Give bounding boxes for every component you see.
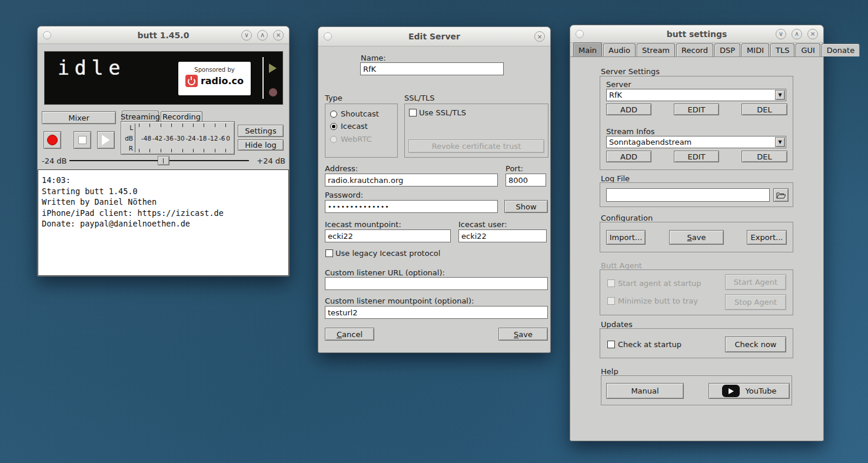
youtube-button[interactable]: YouTube: [709, 383, 790, 399]
window-menu-icon[interactable]: [43, 31, 51, 39]
maximize-icon[interactable]: ∧: [791, 29, 802, 39]
dropdown-arrow-icon[interactable]: ▼: [775, 90, 785, 100]
log-file-input[interactable]: [606, 188, 770, 202]
use-ssl-checkbox[interactable]: [409, 109, 417, 116]
config-save-button[interactable]: Save: [669, 230, 724, 245]
stream-infos-dropdown[interactable]: Sonntagabendstream ▼: [606, 136, 786, 148]
status-text: idle: [58, 56, 125, 79]
close-icon[interactable]: ×: [807, 29, 818, 39]
sponsor-brand: radio.co: [201, 75, 244, 86]
check-at-startup-checkbox[interactable]: [607, 341, 615, 348]
help-group: Manual YouTube: [601, 375, 792, 405]
tab-record[interactable]: Record: [676, 44, 713, 56]
butt-titlebar[interactable]: butt 1.45.0 ∨ ∧ ×: [38, 26, 289, 44]
check-now-button[interactable]: Check now: [725, 337, 786, 352]
listener-url-input[interactable]: [325, 277, 548, 290]
log-file-group-label: Log File: [601, 174, 630, 183]
start-agent-button: Start Agent: [725, 274, 786, 290]
display-divider: [262, 57, 264, 99]
port-input[interactable]: [505, 174, 546, 186]
tab-tls[interactable]: TLS: [770, 44, 794, 56]
close-icon[interactable]: ×: [273, 30, 284, 41]
radio-icecast[interactable]: [330, 123, 337, 130]
gain-slider[interactable]: [69, 156, 249, 165]
play-button[interactable]: [97, 131, 115, 149]
tab-audio[interactable]: Audio: [603, 44, 636, 56]
password-input[interactable]: [325, 200, 498, 213]
address-label: Address:: [325, 164, 358, 173]
address-input[interactable]: [325, 174, 498, 186]
meter-right-label: R: [129, 145, 133, 152]
type-group: Shoutcast Icecast WebRTC: [325, 104, 398, 158]
server-edit-button[interactable]: EDIT: [674, 104, 719, 115]
listener-mountpoint-input[interactable]: [325, 306, 548, 319]
minimize-icon[interactable]: ∨: [776, 29, 786, 39]
check-at-startup-label: Check at startup: [618, 340, 681, 349]
log-line: iPhone/iPad client: https://izicast.de: [42, 208, 285, 219]
icecast-user-input[interactable]: [458, 229, 547, 242]
server-settings-group-label: Server Settings: [601, 67, 660, 76]
tab-dsp[interactable]: DSP: [714, 44, 740, 56]
radioco-logo-icon: [185, 75, 198, 87]
sponsor-banner[interactable]: Sponsored by radio.co: [178, 62, 251, 95]
icecast-user-label: Icecast user:: [458, 220, 507, 229]
name-input[interactable]: [360, 62, 504, 75]
use-ssl-label: Use SSL/TLS: [419, 108, 466, 117]
mountpoint-input[interactable]: [325, 229, 451, 242]
tab-midi[interactable]: MIDI: [741, 44, 769, 56]
tab-donate[interactable]: Donate: [822, 44, 860, 56]
play-icon: [102, 135, 110, 145]
server-del-button[interactable]: DEL: [741, 104, 787, 115]
record-button[interactable]: [44, 131, 61, 149]
server-label: Server: [606, 80, 631, 89]
show-password-button[interactable]: Show: [504, 200, 548, 213]
cancel-button[interactable]: Cancel: [325, 328, 374, 341]
butt-agent-group-label: Butt Agent: [601, 261, 642, 270]
settings-button[interactable]: Settings: [238, 125, 284, 137]
browse-log-file-button[interactable]: [773, 188, 789, 202]
settings-titlebar[interactable]: butt settings ∨ ∧ ×: [570, 25, 823, 43]
tab-main[interactable]: Main: [573, 42, 602, 56]
window-menu-icon[interactable]: [324, 32, 332, 41]
port-label: Port:: [505, 164, 523, 173]
save-button[interactable]: Save: [498, 328, 548, 341]
stream-play-icon: [269, 64, 277, 73]
slider-handle[interactable]: [158, 156, 169, 165]
dialog-title: Edit Server: [318, 32, 550, 41]
configuration-group: Import... Save Export...: [600, 222, 793, 252]
legacy-protocol-checkbox[interactable]: [325, 249, 333, 257]
window-menu-icon[interactable]: [576, 30, 584, 38]
stream-edit-button[interactable]: EDIT: [674, 151, 719, 162]
stop-button[interactable]: [74, 131, 91, 149]
server-dropdown[interactable]: RfK ▼: [606, 89, 786, 101]
updates-group: Check at startup Check now: [600, 328, 793, 358]
log-line: 14:03:: [42, 175, 285, 186]
mixer-button[interactable]: Mixer: [42, 111, 116, 124]
tab-recording[interactable]: Recording: [161, 111, 202, 122]
tab-streaming[interactable]: Streaming: [122, 111, 159, 122]
tab-stream[interactable]: Stream: [637, 44, 675, 56]
mountpoint-label: Icecast mountpoint:: [325, 220, 401, 229]
stream-add-button[interactable]: ADD: [606, 151, 651, 162]
maximize-icon[interactable]: ∧: [257, 30, 268, 41]
meter-scale: -48-42-36-30-24-18-12-60: [135, 135, 232, 142]
password-label: Password:: [325, 191, 363, 199]
tab-gui[interactable]: GUI: [796, 44, 820, 56]
log-line: Starting butt 1.45.0: [42, 186, 285, 197]
radio-shoutcast[interactable]: [330, 111, 337, 118]
edit-server-titlebar[interactable]: Edit Server ×: [318, 27, 550, 46]
dropdown-arrow-icon[interactable]: ▼: [775, 137, 785, 147]
ssl-label: SSL/TLS: [404, 94, 435, 102]
import-button[interactable]: Import...: [606, 230, 646, 245]
log-output[interactable]: 14:03: Starting butt 1.45.0 Written by D…: [38, 169, 289, 276]
stream-del-button[interactable]: DEL: [741, 151, 787, 162]
export-button[interactable]: Export...: [747, 230, 787, 245]
close-icon[interactable]: ×: [534, 31, 545, 42]
radio-webrtc: [330, 136, 337, 143]
hide-log-button[interactable]: Hide log: [238, 139, 284, 151]
manual-button[interactable]: Manual: [606, 383, 684, 399]
server-add-button[interactable]: ADD: [606, 104, 651, 115]
butt-main-window: butt 1.45.0 ∨ ∧ × idle Sponsored by radi…: [37, 26, 290, 277]
legacy-protocol-label: Use legacy Icecast protocol: [335, 249, 440, 258]
minimize-icon[interactable]: ∨: [241, 30, 252, 41]
